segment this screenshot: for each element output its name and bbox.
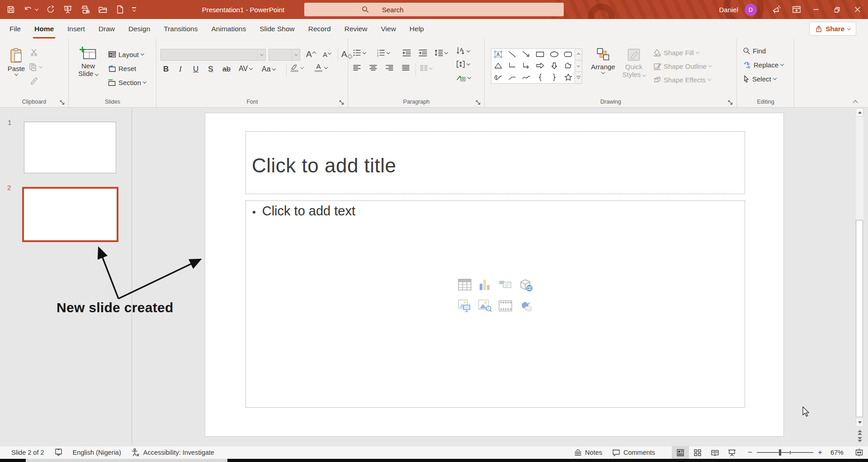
clipboard-dialog-launcher[interactable] xyxy=(60,100,65,105)
title-placeholder[interactable]: Click to add title xyxy=(245,131,745,194)
gallery-more-button[interactable] xyxy=(575,72,582,83)
zoom-level[interactable]: 67% xyxy=(822,446,850,459)
insert-picture-icon[interactable] xyxy=(458,299,472,313)
tab-design[interactable]: Design xyxy=(122,19,157,38)
reset-button[interactable]: Reset xyxy=(108,62,136,74)
tab-home[interactable]: Home xyxy=(28,19,61,38)
fit-slide-to-window-button[interactable] xyxy=(850,446,868,459)
coming-soon-megaphone-icon[interactable] xyxy=(771,5,781,14)
shapes-gallery[interactable]: A xyxy=(491,48,576,84)
new-slide-button[interactable]: NewSlide xyxy=(74,47,103,77)
layout-button[interactable]: Layout xyxy=(108,48,144,60)
slide-2-thumbnail[interactable] xyxy=(22,187,118,242)
slide-editing-canvas[interactable]: Click to add title •Click to add text xyxy=(205,113,784,437)
underline-button[interactable]: U xyxy=(193,65,198,74)
format-painter-icon[interactable] xyxy=(30,77,38,85)
shape-left-brace[interactable] xyxy=(533,71,547,83)
reading-view-button[interactable] xyxy=(706,446,723,459)
tab-view[interactable]: View xyxy=(374,19,403,38)
notes-toggle[interactable]: Notes xyxy=(569,446,607,459)
new-slide-dropdown[interactable] xyxy=(95,72,99,76)
slide-sorter-view-button[interactable] xyxy=(689,446,706,459)
undo-icon[interactable] xyxy=(24,5,38,14)
align-text-button[interactable] xyxy=(456,60,470,68)
increase-indent-button[interactable] xyxy=(419,49,427,57)
gallery-row-down-button[interactable] xyxy=(575,61,582,72)
avatar[interactable]: D xyxy=(745,4,757,16)
increase-font-size-button[interactable]: A xyxy=(306,49,316,59)
zoom-in-button[interactable]: + xyxy=(818,448,822,457)
decrease-indent-button[interactable] xyxy=(402,49,411,57)
new-document-icon[interactable] xyxy=(116,5,124,14)
text-highlight-color-button[interactable] xyxy=(291,64,303,72)
content-placeholder[interactable]: •Click to add text xyxy=(245,200,745,408)
decrease-font-size-button[interactable]: A xyxy=(323,51,331,58)
bullets-button[interactable] xyxy=(353,49,366,57)
close-button[interactable] xyxy=(847,0,868,19)
font-color-button[interactable]: A xyxy=(315,63,327,72)
share-button[interactable]: Share xyxy=(809,22,856,36)
select-button[interactable]: Select xyxy=(743,73,776,85)
previous-slide-button[interactable] xyxy=(856,429,863,435)
tab-animations[interactable]: Animations xyxy=(204,19,253,38)
insert-icons-icon[interactable] xyxy=(519,299,533,313)
language-status[interactable]: English (Nigeria) xyxy=(68,446,126,459)
strikethrough-button[interactable]: ab xyxy=(222,65,231,73)
tab-record[interactable]: Record xyxy=(302,19,338,38)
font-name-combobox[interactable] xyxy=(160,49,266,61)
insert-smartart-icon[interactable] xyxy=(499,278,512,291)
shape-fill-button[interactable]: Shape Fill xyxy=(653,47,699,58)
shape-scribble[interactable] xyxy=(491,71,505,83)
shape-arrow[interactable] xyxy=(519,49,533,60)
minimize-button[interactable] xyxy=(806,0,826,19)
section-button[interactable]: Section xyxy=(108,76,146,88)
customize-qat-icon[interactable] xyxy=(132,7,136,11)
gallery-row-up-button[interactable] xyxy=(575,49,582,61)
collapse-ribbon-button[interactable] xyxy=(854,98,857,106)
shape-outline-button[interactable]: Shape Outline xyxy=(653,60,712,72)
print-preview-icon[interactable] xyxy=(80,5,90,14)
drawing-dialog-launcher[interactable] xyxy=(728,100,733,105)
numbering-button[interactable]: 123 xyxy=(377,49,390,57)
tab-file[interactable]: File xyxy=(3,19,28,38)
normal-view-button[interactable] xyxy=(672,446,689,459)
text-shadow-button[interactable]: S xyxy=(208,65,213,74)
shape-triangle[interactable] xyxy=(491,60,505,71)
start-slideshow-icon[interactable] xyxy=(63,5,72,14)
scroll-down-button[interactable] xyxy=(856,418,863,427)
slide-1-thumbnail[interactable] xyxy=(24,122,116,173)
insert-chart-icon[interactable] xyxy=(478,278,492,291)
tab-insert[interactable]: Insert xyxy=(61,19,92,38)
line-spacing-button[interactable] xyxy=(434,49,448,57)
scrollbar-thumb[interactable] xyxy=(856,220,863,417)
open-folder-icon[interactable] xyxy=(98,5,108,14)
quick-styles-button[interactable]: QuickStyles xyxy=(619,48,649,78)
shape-freeform[interactable] xyxy=(561,60,575,71)
insert-3d-model-icon[interactable] xyxy=(519,278,533,291)
spellcheck-status[interactable] xyxy=(49,446,68,459)
justify-button[interactable] xyxy=(402,65,410,71)
shape-elbow-arrow[interactable] xyxy=(519,60,533,71)
cut-icon[interactable] xyxy=(30,48,38,57)
change-case-button[interactable]: Aa xyxy=(262,65,275,73)
zoom-out-button[interactable]: − xyxy=(748,448,752,457)
shape-star[interactable] xyxy=(561,71,575,83)
bold-button[interactable]: B xyxy=(163,65,169,74)
align-center-button[interactable] xyxy=(369,65,377,71)
ribbon-display-options-icon[interactable] xyxy=(792,5,801,14)
redo-repeat-icon[interactable] xyxy=(46,5,55,14)
shape-arc[interactable] xyxy=(505,71,519,83)
columns-button[interactable] xyxy=(420,65,432,71)
replace-button[interactable]: bcReplace xyxy=(743,59,783,71)
character-spacing-button[interactable]: AV xyxy=(239,65,252,73)
next-slide-button[interactable] xyxy=(856,437,863,443)
zoom-slider-track[interactable] xyxy=(757,452,813,453)
tab-review[interactable]: Review xyxy=(338,19,374,38)
tab-slide-show[interactable]: Slide Show xyxy=(253,19,302,38)
shape-curve[interactable] xyxy=(519,71,533,83)
tab-transitions[interactable]: Transitions xyxy=(157,19,204,38)
shape-rounded-rectangle[interactable] xyxy=(561,49,575,60)
shape-textbox[interactable]: A xyxy=(491,49,505,60)
align-left-button[interactable] xyxy=(353,65,361,71)
insert-video-icon[interactable] xyxy=(499,299,512,313)
